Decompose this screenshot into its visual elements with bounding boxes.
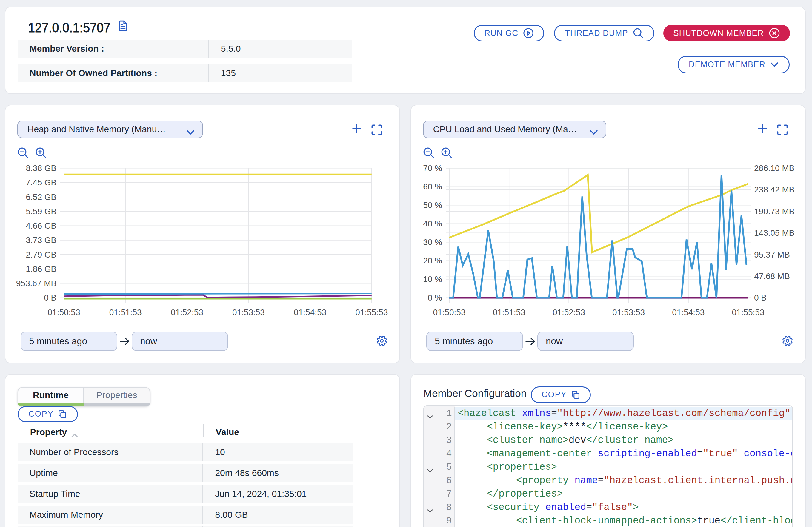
svg-text:47.68 MB: 47.68 MB [754,272,790,281]
svg-text:40 %: 40 % [423,219,442,228]
svg-text:01:55:53: 01:55:53 [732,308,765,317]
svg-text:30 %: 30 % [423,237,442,247]
svg-text:7.45 GB: 7.45 GB [26,178,56,187]
svg-text:70 %: 70 % [423,163,442,173]
svg-text:01:52:53: 01:52:53 [171,308,203,317]
svg-text:0 B: 0 B [44,293,56,302]
svg-text:01:55:53: 01:55:53 [355,308,388,317]
svg-text:5.59 GB: 5.59 GB [26,206,56,216]
svg-text:3.73 GB: 3.73 GB [26,235,56,245]
svg-text:60 %: 60 % [423,182,442,191]
svg-text:01:54:53: 01:54:53 [294,308,326,317]
svg-text:1.86 GB: 1.86 GB [26,264,56,273]
svg-text:8.38 GB: 8.38 GB [26,163,56,173]
svg-text:0 %: 0 % [428,293,442,302]
svg-text:953.67 MB: 953.67 MB [16,279,56,288]
svg-text:95.37 MB: 95.37 MB [754,250,790,259]
svg-text:01:51:53: 01:51:53 [109,308,142,317]
svg-text:143.05 MB: 143.05 MB [754,228,794,237]
svg-text:238.42 MB: 238.42 MB [754,185,794,194]
svg-text:50 %: 50 % [423,201,442,210]
svg-text:190.73 MB: 190.73 MB [754,206,794,216]
svg-text:01:54:53: 01:54:53 [672,308,705,317]
svg-text:01:53:53: 01:53:53 [612,308,645,317]
svg-text:6.52 GB: 6.52 GB [26,192,56,202]
svg-text:0 B: 0 B [754,293,767,302]
svg-text:01:52:53: 01:52:53 [553,308,585,317]
svg-text:2.79 GB: 2.79 GB [26,250,56,259]
svg-text:10 %: 10 % [423,275,442,284]
svg-text:20 %: 20 % [423,256,442,265]
svg-text:01:50:53: 01:50:53 [48,308,80,317]
svg-text:4.66 GB: 4.66 GB [26,221,56,230]
svg-text:286.10 MB: 286.10 MB [754,163,794,173]
svg-text:01:51:53: 01:51:53 [493,308,525,317]
svg-text:01:53:53: 01:53:53 [232,308,265,317]
svg-text:01:50:53: 01:50:53 [433,308,466,317]
